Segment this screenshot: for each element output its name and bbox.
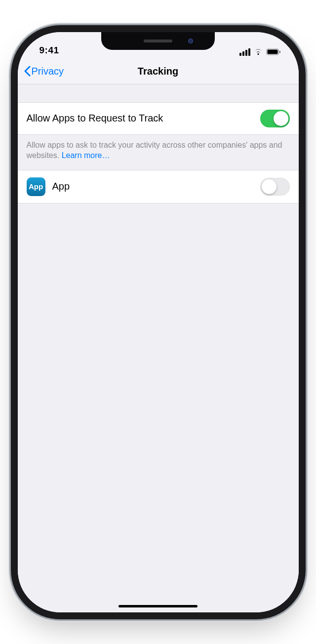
- speaker-grille: [144, 40, 172, 42]
- app-name-label: App: [52, 181, 70, 192]
- allow-apps-footer-note: Allow apps to ask to track your activity…: [18, 135, 299, 170]
- app-icon: App: [27, 177, 45, 196]
- cellular-signal-icon: [239, 48, 250, 56]
- page-title: Tracking: [138, 66, 178, 77]
- back-button[interactable]: Privacy: [24, 59, 64, 84]
- content: Allow Apps to Request to Track Allow app…: [18, 84, 299, 612]
- section-spacer: [18, 84, 299, 102]
- screen: 9:41 Privacy: [18, 32, 299, 612]
- allow-apps-to-track-row: Allow Apps to Request to Track: [18, 102, 299, 135]
- allow-apps-to-track-toggle[interactable]: [260, 110, 290, 127]
- svg-rect-1: [267, 50, 277, 54]
- learn-more-link[interactable]: Learn more…: [62, 151, 110, 160]
- back-label: Privacy: [32, 66, 64, 77]
- status-icons: [239, 48, 281, 56]
- battery-icon: [266, 48, 281, 55]
- app-row: AppApp: [18, 170, 299, 203]
- status-time: 9:41: [40, 45, 59, 56]
- app-tracking-toggle[interactable]: [260, 178, 290, 196]
- iphone-device-frame: 9:41 Privacy: [18, 32, 299, 612]
- device-notch: [101, 32, 215, 50]
- front-camera: [188, 39, 193, 43]
- home-indicator: [118, 605, 198, 607]
- allow-apps-to-track-label: Allow Apps to Request to Track: [27, 113, 163, 124]
- wifi-icon: [253, 48, 263, 55]
- apps-list: AppApp: [18, 170, 299, 203]
- navigation-bar: Privacy Tracking: [18, 59, 299, 84]
- chevron-left-icon: [24, 66, 31, 77]
- svg-rect-2: [279, 51, 280, 53]
